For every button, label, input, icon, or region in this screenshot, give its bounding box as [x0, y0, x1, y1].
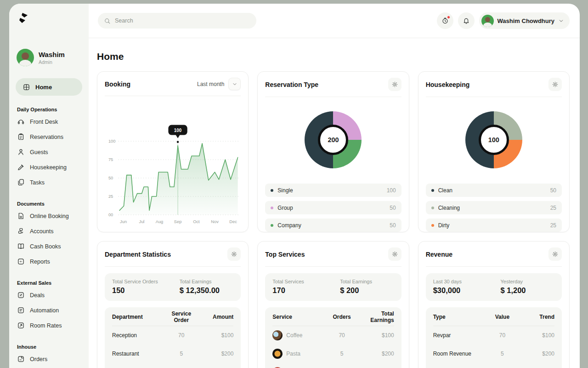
sidebar-item-label: Automation [30, 307, 59, 314]
legend-value: 100 [387, 187, 396, 194]
legend-value: 50 [390, 205, 396, 211]
sidebar-item-room-rates[interactable]: Room Rates [9, 318, 89, 333]
user-profile: Washim Admin [17, 49, 81, 66]
legend-dot [271, 224, 273, 227]
guests-icon [17, 148, 25, 156]
reservation-legend: Single 100 Group 50 Company 50 [265, 184, 401, 232]
pasta-image [272, 349, 283, 359]
range-dropdown-button[interactable] [228, 78, 241, 90]
gear-icon [552, 81, 559, 88]
svg-text:Dec: Dec [229, 219, 237, 224]
nav-section-external-sales: External Sales Deals Automation Room Rat… [9, 280, 89, 333]
sidebar-item-deals[interactable]: Deals [9, 288, 89, 303]
nav-section-documents: Documents Online Booking Accounts Cash B… [9, 201, 89, 269]
range-label: Last month [197, 81, 224, 87]
settings-button[interactable] [548, 78, 562, 91]
card-title: Reservation Type [265, 81, 318, 88]
sidebar-item-front-desk[interactable]: Front Desk [9, 114, 89, 129]
legend-value: 25 [550, 222, 556, 229]
sidebar-item-label: Orders [30, 356, 47, 362]
sidebar-item-reports[interactable]: Reports [9, 254, 89, 269]
search-input[interactable] [115, 17, 250, 24]
sidebar-item-guests[interactable]: Guests [9, 144, 89, 160]
sidebar-item-label: Front Desk [30, 119, 58, 125]
svg-text:100: 100 [108, 138, 116, 144]
sidebar-item-orders[interactable]: Orders [9, 351, 89, 367]
legend-row: Cleaning 25 [426, 201, 562, 214]
booking-area-chart: 00255075100JunJulAugSepOctNovDec100 [105, 97, 241, 226]
table-row: Restaurant5$200 [112, 345, 233, 363]
svg-text:Nov: Nov [211, 219, 219, 224]
table-row: Coffee 70$100 [272, 326, 394, 345]
legend-dot [271, 189, 273, 192]
settings-button[interactable] [388, 247, 401, 261]
settings-button[interactable] [388, 78, 401, 91]
sidebar-item-label: Online Booking [30, 213, 69, 219]
department-table: DepartmentService OrderAmount Reception7… [105, 307, 241, 368]
sidebar-item-cash-books[interactable]: Cash Books [9, 239, 89, 254]
content: Home Booking Last month 00255 [89, 38, 580, 368]
svg-text:50: 50 [108, 175, 113, 180]
search-bar[interactable] [98, 13, 256, 29]
cash-books-icon [17, 242, 25, 250]
room-rates-icon [17, 322, 25, 329]
front-desk-icon [17, 118, 25, 126]
settings-button[interactable] [548, 247, 562, 261]
sidebar-item-housekeeping[interactable]: Housekeeping [9, 160, 89, 175]
nav-section-label: Daily Operations [17, 107, 89, 112]
card-title: Booking [105, 80, 130, 88]
top-services-card: Top Services Total Services 170 Total Ea… [257, 241, 409, 368]
legend-value: 50 [550, 187, 556, 194]
housekeeping-legend: Clean 50 Cleaning 25 Dirty 25 [426, 184, 562, 232]
sidebar-item-tasks[interactable]: Tasks [9, 175, 89, 190]
card-title: Revenue [426, 251, 452, 258]
sidebar-item-label: Housekeeping [30, 164, 67, 171]
deals-icon [17, 291, 25, 299]
legend-dot [431, 189, 434, 192]
housekeeping-card: Housekeeping 100 Clean [418, 71, 570, 232]
booking-chart-area[interactable]: 00255075100JunJulAugSepOctNovDec100 [105, 97, 241, 226]
legend-label: Cleaning [438, 205, 460, 211]
svg-text:Jun: Jun [120, 219, 127, 224]
housekeeping-donut-chart: 100 [465, 111, 522, 168]
reservation-donut-chart: 200 [305, 111, 362, 168]
sidebar-item-label: Reservations [30, 134, 63, 140]
sidebar-item-label: Room Rates [30, 322, 62, 329]
chevron-down-icon [232, 81, 237, 87]
reservations-icon [17, 133, 25, 141]
sidebar-item-label: Cash Books [30, 243, 61, 250]
sidebar-item-home[interactable]: Home [16, 78, 82, 96]
settings-button[interactable] [227, 247, 241, 261]
svg-text:Oct: Oct [193, 219, 200, 224]
topbar: Washim Chowdhury [89, 4, 580, 38]
accounts-icon [17, 227, 25, 235]
table-row: Pasta 5$200 [272, 345, 394, 363]
legend-dot [431, 224, 434, 227]
sidebar-item-online-booking[interactable]: Online Booking [9, 208, 89, 224]
user-menu[interactable]: Washim Chowdhury [479, 12, 570, 29]
coffee-image [272, 330, 283, 340]
legend-value: 50 [390, 222, 396, 229]
svg-text:25: 25 [108, 194, 113, 199]
logo-icon [17, 12, 30, 28]
services-table: ServiceOrdersTotal Earnings Coffee 70$10… [265, 307, 401, 368]
nav-section-label: Inhouse [17, 344, 89, 350]
sidebar-item-reservations[interactable]: Reservations [9, 129, 89, 144]
stat-label: Total Earnings [180, 279, 233, 284]
sidebar-item-automation[interactable]: Automation [9, 303, 89, 318]
stats-summary: Last 30 days $30,000 Yesterday $ 1,200 [426, 273, 562, 301]
svg-text:Aug: Aug [156, 219, 164, 224]
sidebar-item-accounts[interactable]: Accounts [9, 224, 89, 239]
legend-row: Clean 50 [426, 184, 562, 197]
sidebar-item-label: Reports [30, 259, 50, 265]
avatar [481, 15, 494, 27]
alarm-button[interactable] [437, 12, 453, 29]
nav-section-inhouse: Inhouse Orders [9, 344, 89, 367]
svg-text:100: 100 [174, 128, 182, 133]
notifications-button[interactable] [458, 12, 475, 29]
svg-text:00: 00 [108, 212, 113, 217]
automation-icon [17, 306, 25, 314]
user-name: Washim Chowdhury [498, 17, 554, 24]
gear-icon [391, 251, 398, 258]
stats-summary: Total Service Orders 150 Total Earnings … [105, 273, 241, 301]
